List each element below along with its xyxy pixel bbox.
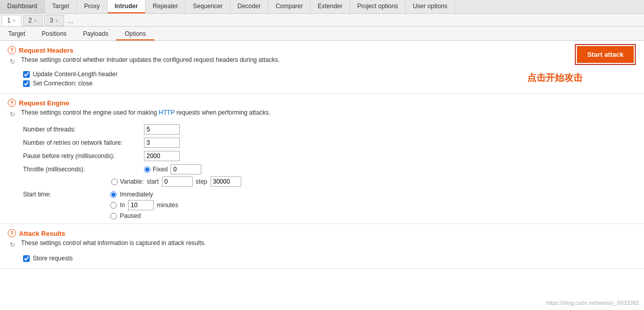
start-time-paused-label: Paused [120, 212, 141, 219]
start-time-in-radio[interactable] [110, 202, 117, 209]
nav-project-options[interactable]: Project options [350, 0, 405, 13]
throttle-fixed-radio[interactable] [144, 166, 151, 173]
http-link[interactable]: HTTP [159, 109, 175, 116]
throttle-fixed-option: Fixed [144, 166, 168, 173]
request-headers-header: ? Request Headers [8, 46, 636, 54]
throttle-start-label: start [147, 178, 158, 185]
attack-results-desc: These settings control what information … [21, 239, 206, 247]
threads-label: Number of threads: [23, 126, 141, 133]
throttle-fixed-label: Fixed [153, 166, 168, 173]
close-tab-3-icon[interactable]: × [55, 18, 58, 24]
nav-target[interactable]: Target [45, 0, 77, 13]
intruder-tab-payloads[interactable]: Payloads [75, 28, 116, 40]
start-time-in-input[interactable] [128, 200, 154, 210]
retries-input[interactable] [144, 138, 180, 148]
intruder-tab-target[interactable]: Target [0, 28, 33, 40]
retries-label: Number of retries on network failure: [23, 139, 141, 146]
close-tab-2-icon[interactable]: × [34, 18, 37, 24]
throttle-step-label: step [196, 178, 207, 185]
start-time-minutes-label: minutes [157, 202, 178, 209]
sub-tab-3[interactable]: 3 × [44, 15, 64, 26]
pause-retry-row: Pause before retry (milliseconds): [23, 151, 636, 161]
intruder-nav: Target Positions Payloads Options [0, 27, 644, 41]
refresh-icon-headers[interactable]: ↻ [10, 58, 18, 66]
nav-comparer[interactable]: Comparer [268, 0, 310, 13]
throttle-label: Throttle (milliseconds): [23, 166, 141, 173]
update-content-length-label: Update Content-Length header [33, 71, 117, 78]
sub-tab-1[interactable]: 1 × [2, 15, 22, 26]
nav-decoder[interactable]: Decoder [231, 0, 268, 13]
retries-row: Number of retries on network failure: [23, 138, 636, 148]
refresh-icon-engine[interactable]: ↻ [10, 110, 18, 119]
attack-results-header: ? Attack Results [8, 229, 636, 237]
throttle-start-input[interactable] [162, 176, 193, 187]
main-content: Start attack 点击开始攻击 ? Request Headers ↻ … [0, 41, 644, 310]
store-requests-checkbox[interactable] [23, 255, 30, 262]
attack-results-section: ? Attack Results ↻ These settings contro… [0, 224, 644, 269]
sub-tabs: 1 × 2 × 3 × ... [0, 14, 644, 27]
close-tab-1-icon[interactable]: × [13, 18, 16, 24]
throttle-fixed-input[interactable] [171, 164, 201, 174]
update-content-length-checkbox[interactable] [23, 71, 30, 78]
nav-user-options[interactable]: User options [406, 0, 455, 13]
request-engine-title: Request Engine [19, 99, 69, 107]
intruder-tab-options[interactable]: Options [116, 28, 154, 40]
sub-tab-2[interactable]: 2 × [23, 15, 43, 26]
start-time-paused-row: Paused [110, 212, 178, 219]
nav-proxy[interactable]: Proxy [77, 0, 108, 13]
start-time-options: Immediately In minutes Paused [110, 191, 178, 219]
set-connection-label: Set Connection: close [33, 80, 93, 87]
request-headers-title: Request Headers [19, 47, 73, 54]
set-connection-checkbox[interactable] [23, 80, 30, 87]
throttle-variable-row: Variable: start step [111, 176, 636, 187]
threads-row: Number of threads: [23, 124, 636, 135]
store-requests-label: Store requests [33, 255, 73, 262]
store-requests-row: Store requests [23, 255, 636, 262]
request-engine-header: ? Request Engine [8, 99, 636, 107]
start-time-immediately-radio[interactable] [110, 191, 117, 198]
refresh-icon-results[interactable]: ↻ [10, 241, 18, 249]
start-time-in-label: In [120, 202, 125, 209]
throttle-row: Throttle (milliseconds): Fixed [23, 164, 636, 174]
start-time-immediately-label: Immediately [120, 191, 153, 198]
request-headers-desc: These settings control whether Intruder … [21, 56, 280, 63]
request-headers-section: ? Request Headers ↻ These settings contr… [0, 41, 644, 94]
watermark: https://blog.csdn.net/weixin_5033382 [546, 300, 639, 306]
nav-extender[interactable]: Extender [310, 0, 350, 13]
nav-sequencer[interactable]: Sequencer [185, 0, 230, 13]
pause-retry-input[interactable] [144, 151, 180, 161]
start-time-label: Start time: [23, 191, 110, 198]
start-time-paused-radio[interactable] [110, 213, 117, 219]
attack-results-title: Attack Results [19, 230, 65, 237]
start-attack-button[interactable]: Start attack [577, 46, 634, 63]
nav-dashboard[interactable]: Dashboard [0, 0, 45, 13]
start-time-in-row: In minutes [110, 200, 178, 210]
intruder-tab-positions[interactable]: Positions [33, 28, 75, 40]
pause-retry-label: Pause before retry (milliseconds): [23, 152, 141, 160]
nav-repeater[interactable]: Repeater [146, 0, 185, 13]
help-icon-headers[interactable]: ? [8, 46, 16, 54]
help-icon-engine[interactable]: ? [8, 99, 16, 107]
help-icon-results[interactable]: ? [8, 229, 16, 237]
threads-input[interactable] [144, 124, 180, 135]
request-engine-section: ? Request Engine ↻ These settings contro… [0, 94, 644, 224]
annotation-text: 点击开始攻击 [527, 72, 583, 84]
request-engine-desc: These settings control the engine used f… [21, 109, 271, 116]
throttle-variable-option: Variable: [111, 178, 143, 185]
top-nav: Dashboard Target Proxy Intruder Repeater… [0, 0, 644, 14]
nav-intruder[interactable]: Intruder [108, 0, 146, 13]
throttle-step-input[interactable] [211, 176, 241, 187]
throttle-variable-label: Variable: [120, 178, 143, 185]
start-time-container: Start time: Immediately In minutes Pause… [23, 191, 636, 219]
start-time-immediately-row: Immediately [110, 191, 178, 198]
throttle-variable-radio[interactable] [111, 179, 118, 185]
more-tabs-button[interactable]: ... [64, 15, 78, 26]
